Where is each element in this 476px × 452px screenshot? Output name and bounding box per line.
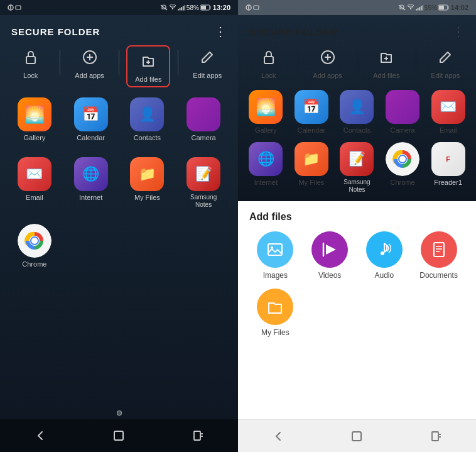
left-addfiles-label: Add files bbox=[135, 75, 161, 84]
contacts-icon bbox=[130, 97, 164, 131]
right-camera-label: Camera bbox=[391, 126, 415, 135]
right-silent-icon bbox=[398, 4, 406, 11]
right-app-samsungnotes[interactable]: Samsung Notes bbox=[335, 142, 379, 194]
right-back-button[interactable] bbox=[266, 425, 289, 448]
left-toolbar-lock[interactable]: Lock bbox=[9, 45, 53, 80]
right-status-icons-left bbox=[246, 4, 259, 11]
svg-rect-50 bbox=[268, 244, 282, 255]
gallery-icon bbox=[18, 97, 51, 131]
left-app-contacts[interactable]: Contacts bbox=[121, 97, 175, 142]
right-home-button[interactable] bbox=[345, 425, 368, 448]
internet-icon bbox=[74, 157, 108, 191]
svg-point-53 bbox=[381, 251, 384, 255]
right-app-contacts[interactable]: Contacts bbox=[335, 90, 379, 135]
left-app-internet[interactable]: Internet bbox=[64, 157, 118, 209]
email-icon bbox=[18, 157, 51, 191]
svg-rect-23 bbox=[114, 431, 123, 440]
left-app-grid-row2: Email Internet My Files Samsung Notes bbox=[0, 155, 238, 216]
right-gallery-icon bbox=[249, 90, 283, 124]
right-sf-header: SECURE FOLDER ⋮ bbox=[238, 15, 476, 43]
file-audio[interactable]: Audio bbox=[359, 231, 411, 280]
right-myfiles-icon bbox=[295, 142, 328, 176]
camera-icon bbox=[187, 97, 220, 131]
left-status-icons-left bbox=[8, 4, 21, 11]
left-app-myfiles[interactable]: My Files bbox=[121, 157, 175, 209]
mic-icon bbox=[8, 4, 14, 11]
right-back-arrow-icon bbox=[271, 430, 284, 443]
right-app-myfiles[interactable]: My Files bbox=[290, 142, 333, 194]
right-app-calendar[interactable]: Calendar bbox=[290, 90, 333, 135]
right-image-icon bbox=[253, 4, 259, 11]
right-more-button[interactable]: ⋮ bbox=[452, 25, 465, 38]
right-lock-label: Lock bbox=[261, 72, 276, 80]
back-arrow-icon bbox=[33, 429, 46, 442]
signal-icon bbox=[178, 4, 185, 11]
right-toolbar-addapps[interactable]: Add apps bbox=[306, 45, 350, 80]
left-more-button[interactable]: ⋮ bbox=[214, 25, 227, 38]
right-samsungnotes-label: Samsung Notes bbox=[343, 179, 370, 194]
file-videos[interactable]: Videos bbox=[304, 231, 356, 280]
right-signal-icon bbox=[416, 4, 423, 11]
right-app-gallery[interactable]: Gallery bbox=[244, 90, 288, 135]
left-editapps-label: Edit apps bbox=[193, 72, 222, 80]
svg-rect-39 bbox=[264, 57, 273, 63]
image-icon bbox=[15, 4, 21, 11]
left-app-camera[interactable]: Camera bbox=[176, 97, 230, 142]
lock-icon-box bbox=[19, 45, 43, 69]
right-calendar-icon bbox=[295, 90, 328, 124]
right-freader-icon: F bbox=[431, 142, 465, 176]
right-email-icon bbox=[431, 90, 465, 124]
file-images[interactable]: Images bbox=[249, 231, 301, 280]
file-myfiles[interactable]: My Files bbox=[249, 289, 301, 337]
left-recent-button[interactable] bbox=[187, 424, 210, 447]
divider1 bbox=[60, 50, 60, 75]
svg-rect-11 bbox=[201, 6, 206, 9]
left-gallery-label: Gallery bbox=[23, 134, 45, 142]
svg-rect-32 bbox=[416, 9, 417, 10]
right-toolbar: Lock Add apps bbox=[238, 43, 476, 87]
right-addfiles-label: Add files bbox=[373, 72, 399, 80]
svg-point-4 bbox=[172, 9, 173, 10]
right-internet-label: Internet bbox=[254, 179, 278, 187]
right-contacts-icon bbox=[340, 90, 374, 124]
svg-rect-35 bbox=[421, 6, 422, 11]
add-files-title: Add files bbox=[249, 211, 465, 223]
svg-rect-34 bbox=[419, 7, 420, 10]
left-app-gallery[interactable]: Gallery bbox=[8, 97, 62, 142]
right-app-camera[interactable]: Camera bbox=[381, 90, 425, 135]
svg-rect-29 bbox=[254, 6, 259, 9]
right-lock-icon bbox=[260, 48, 278, 66]
right-toolbar-editapps[interactable]: Edit apps bbox=[423, 45, 467, 80]
left-home-button[interactable] bbox=[107, 424, 130, 447]
left-nav-bar bbox=[0, 419, 238, 452]
right-app-internet[interactable]: Internet bbox=[244, 142, 288, 194]
edit-apps-icon-box bbox=[195, 45, 219, 69]
svg-rect-38 bbox=[439, 6, 444, 9]
add-apps-icon bbox=[81, 48, 99, 66]
page-indicator bbox=[0, 411, 238, 419]
left-app-email[interactable]: Email bbox=[8, 157, 62, 209]
right-toolbar-addfiles[interactable]: Add files bbox=[364, 45, 408, 80]
file-documents[interactable]: Documents bbox=[413, 231, 465, 280]
right-app-chrome[interactable]: Chrome bbox=[381, 142, 425, 194]
right-dark-section: 55% 14:02 SECURE FOLDER ⋮ bbox=[238, 0, 476, 201]
videos-icon bbox=[311, 231, 348, 268]
left-back-button[interactable] bbox=[28, 424, 51, 447]
left-app-calendar[interactable]: Calendar bbox=[64, 97, 118, 142]
svg-point-22 bbox=[31, 238, 38, 244]
right-recent-button[interactable] bbox=[425, 425, 448, 448]
file-type-grid-row2: My Files bbox=[249, 289, 465, 337]
right-camera-icon bbox=[386, 90, 419, 124]
right-app-freader[interactable]: F Freader1 bbox=[426, 142, 470, 194]
left-toolbar-addapps[interactable]: Add apps bbox=[68, 45, 112, 80]
left-app-chrome[interactable]: Chrome bbox=[8, 224, 62, 268]
svg-rect-55 bbox=[434, 243, 444, 256]
right-app-email[interactable]: Email bbox=[426, 90, 470, 135]
right-wifi-icon bbox=[407, 4, 414, 11]
left-app-samsungnotes[interactable]: Samsung Notes bbox=[176, 157, 230, 209]
left-chrome-label: Chrome bbox=[22, 260, 46, 268]
left-toolbar-addfiles[interactable]: Add files bbox=[126, 45, 170, 87]
videos-label: Videos bbox=[318, 271, 341, 280]
left-toolbar-editapps[interactable]: Edit apps bbox=[185, 45, 229, 80]
right-toolbar-lock[interactable]: Lock bbox=[247, 45, 291, 80]
